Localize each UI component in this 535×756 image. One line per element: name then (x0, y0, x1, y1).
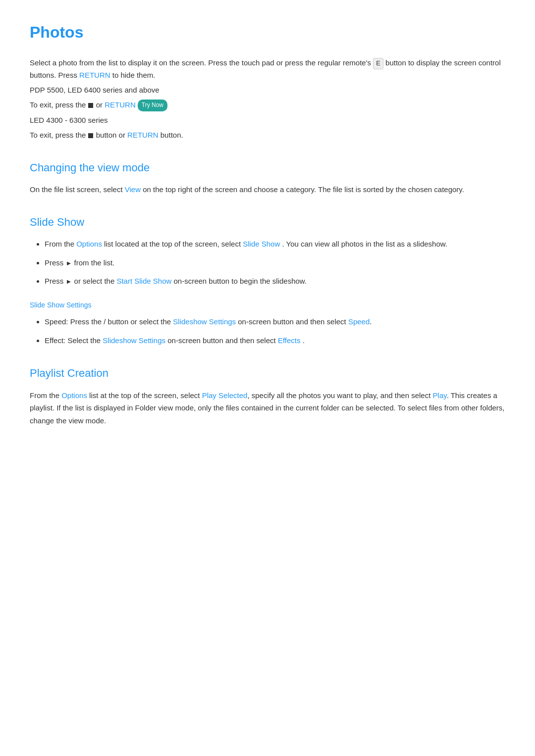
square-icon-2 (88, 133, 93, 138)
slideshow-settings-link-1[interactable]: Slideshow Settings (173, 317, 236, 326)
section-playlist-title: Playlist Creation (30, 364, 505, 382)
list-item: From the Options list located at the top… (45, 238, 505, 251)
section-slide-show: Slide Show From the Options list located… (30, 213, 505, 347)
intro-line2: PDP 5500, LED 6400 series and above (30, 84, 505, 96)
changing-view-body-pre: On the file list screen, select (30, 185, 125, 194)
section-changing-view: Changing the view mode On the file list … (30, 159, 505, 196)
intro-e-button: E (373, 58, 383, 69)
bullet1-end: . You can view all photos in the list as… (280, 240, 447, 248)
intro-return-link-1[interactable]: RETURN (79, 71, 110, 79)
settings-bullet1-mid: on-screen button and then select (236, 317, 348, 326)
intro-line1-end: to hide them. (110, 71, 156, 79)
list-item: Speed: Press the / button or select the … (45, 315, 505, 328)
changing-view-body-end: on the top right of the screen and choos… (141, 185, 464, 194)
intro-line5-pre: To exit, press the (30, 131, 88, 139)
start-slide-show-link[interactable]: Start Slide Show (116, 277, 171, 285)
slide-show-settings-subtitle: Slide Show Settings (30, 300, 505, 310)
intro-line5-end: button. (159, 131, 183, 139)
bullet3-pre: Press ► or select the (45, 277, 116, 285)
settings-bullet1-pre: Speed: Press the / button or select the (45, 317, 173, 326)
intro-line1-text: Select a photo from the list to display … (30, 58, 373, 67)
intro-line5-mid: button or (94, 131, 128, 139)
section-playlist: Playlist Creation From the Options list … (30, 364, 505, 427)
list-item: Press ► from the list. (45, 256, 505, 269)
bullet1-mid: list located at the top of the screen, s… (102, 240, 243, 248)
intro-line3-pre: To exit, press the (30, 101, 88, 109)
settings-bullet2-end: . (300, 336, 304, 345)
slide-show-list: From the Options list located at the top… (30, 238, 505, 288)
effects-link[interactable]: Effects (278, 336, 301, 345)
intro-line4: LED 4300 - 6300 series (30, 114, 505, 126)
section-slide-show-title: Slide Show (30, 213, 505, 231)
intro-return-link-2[interactable]: RETURN (105, 101, 136, 109)
section-changing-view-body: On the file list screen, select View on … (30, 183, 505, 196)
settings-bullet1-end: . (370, 317, 372, 326)
intro-line3-or: or (94, 101, 105, 109)
list-item: Press ► or select the Start Slide Show o… (45, 275, 505, 288)
list-item: Effect: Select the Slideshow Settings on… (45, 334, 505, 347)
options-link-1[interactable]: Options (76, 240, 102, 248)
intro-line1: Select a photo from the list to display … (30, 57, 505, 81)
settings-bullet2-pre: Effect: Select the (45, 336, 103, 345)
bullet1-pre: From the (45, 240, 76, 248)
options-link-2[interactable]: Options (61, 391, 87, 400)
playlist-mid1: list at the top of the screen, select (87, 391, 202, 400)
slideshow-settings-link-2[interactable]: Slideshow Settings (103, 336, 165, 345)
slide-show-link-1[interactable]: Slide Show (243, 240, 280, 248)
arrow-icon-2: ► (66, 276, 72, 287)
page-title: Photos (30, 20, 505, 45)
settings-bullet2-mid: on-screen button and then select (165, 336, 278, 345)
section-changing-view-title: Changing the view mode (30, 159, 505, 176)
speed-link[interactable]: Speed (348, 317, 370, 326)
intro-return-link-3[interactable]: RETURN (127, 131, 159, 139)
intro-block: Select a photo from the list to display … (30, 57, 505, 141)
section-playlist-body: From the Options list at the top of the … (30, 389, 505, 427)
intro-line3: To exit, press the or RETURNTry Now (30, 99, 505, 111)
view-link[interactable]: View (125, 185, 141, 194)
playlist-mid2: , specify all the photos you want to pla… (247, 391, 432, 400)
arrow-icon-1: ► (66, 258, 72, 269)
slide-show-settings-list: Speed: Press the / button or select the … (30, 315, 505, 347)
intro-line5: To exit, press the button or RETURN butt… (30, 129, 505, 141)
bullet3-end: on-screen button to begin the slideshow. (171, 277, 307, 285)
square-icon-1 (88, 103, 93, 108)
try-now-badge[interactable]: Try Now (138, 100, 167, 111)
play-link[interactable]: Play (433, 391, 447, 400)
bullet2-text: Press ► from the list. (45, 258, 114, 267)
playlist-pre: From the (30, 391, 61, 400)
play-selected-link[interactable]: Play Selected (202, 391, 248, 400)
